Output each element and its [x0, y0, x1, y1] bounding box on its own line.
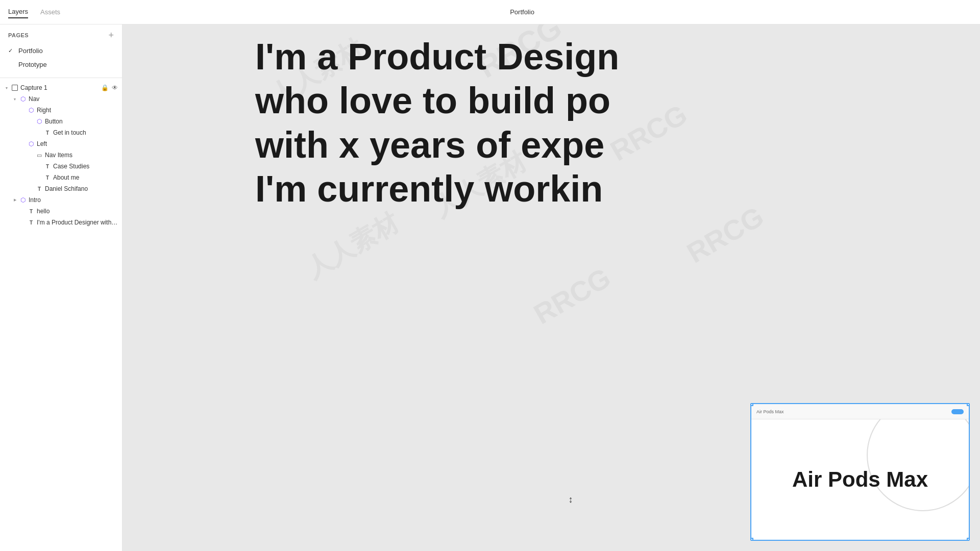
layer-left[interactable]: ⬡ Left	[0, 138, 122, 149]
pages-title: Pages	[8, 32, 29, 38]
page-item-portfolio[interactable]: ✓ Portfolio	[0, 44, 122, 58]
text-icon: T	[44, 129, 51, 136]
mini-frame-dot	[951, 409, 964, 414]
top-bar: Layers Assets Portfolio	[0, 0, 980, 24]
layer-get-in-touch[interactable]: T Get in touch	[0, 127, 122, 138]
layer-about-me[interactable]: T About me	[0, 172, 122, 183]
eye-icon[interactable]: 👁	[112, 84, 118, 91]
layer-label: Capture 1	[20, 84, 99, 91]
pages-section-header: Pages +	[0, 24, 122, 44]
layer-pd-label: I'm a Product Designer with UI & UX skil…	[37, 219, 118, 226]
watermark-rrcg-3: RRCG	[681, 200, 769, 269]
lock-icon[interactable]: 🔒	[101, 84, 109, 91]
layer-get-in-touch-label: Get in touch	[53, 129, 118, 136]
layer-button-label: Button	[45, 118, 118, 125]
hero-text: I'm a Product Design who love to build p…	[255, 35, 619, 211]
component-intro-icon: ⬡	[19, 196, 27, 204]
layer-nav-label: Nav	[29, 95, 118, 103]
mini-airpods-text: Air Pods Max	[792, 467, 928, 492]
mini-circle-decoration	[867, 419, 969, 511]
expand-icon	[4, 85, 9, 90]
layer-left-label: Left	[37, 140, 118, 147]
main-area: Pages + ✓ Portfolio Prototype Capture 1 …	[0, 24, 980, 551]
group-icon: ▭	[36, 152, 43, 159]
layer-actions: 🔒 👁	[101, 84, 118, 91]
layer-about-me-label: About me	[53, 174, 118, 181]
layers-section: Capture 1 🔒 👁 ⬡ Nav ⬡ Right	[0, 78, 122, 232]
canvas[interactable]: RRCG 人人素材 RRCG 人人素材 RRCG 人人素材 RRCG I'm a…	[122, 24, 980, 551]
watermark-renren-3: 人人素材	[300, 205, 405, 286]
layer-intro-label: Intro	[29, 196, 118, 204]
text-about-icon: T	[44, 174, 51, 181]
expand-nav-icon	[12, 96, 17, 102]
layer-button[interactable]: ⬡ Button	[0, 116, 122, 127]
watermark-rrcg-4: RRCG	[528, 261, 616, 331]
component-icon: ⬡	[19, 95, 27, 103]
tab-assets[interactable]: Assets	[40, 6, 60, 18]
component-button-icon: ⬡	[36, 118, 43, 125]
mini-frame-body: Air Pods Max	[751, 419, 969, 540]
layer-case-studies[interactable]: T Case Studies	[0, 161, 122, 172]
text-daniel-icon: T	[36, 185, 43, 192]
layer-intro[interactable]: ⬡ Intro	[0, 194, 122, 206]
layer-nav-items-label: Nav Items	[45, 152, 118, 159]
component-right-icon: ⬡	[28, 107, 35, 114]
layer-daniel[interactable]: T Daniel Schifano	[0, 183, 122, 194]
layer-case-studies-label: Case Studies	[53, 163, 118, 170]
resize-handle-tl[interactable]	[750, 403, 753, 406]
cursor-icon: ↕	[569, 494, 573, 505]
mini-frame-header: Air Pods Max	[751, 404, 969, 419]
component-left-icon: ⬡	[28, 140, 35, 147]
resize-handle-tr[interactable]	[967, 403, 970, 406]
hero-line1: I'm a Product Design	[255, 35, 619, 79]
hero-line2: who love to build po	[255, 79, 619, 122]
left-panel: Pages + ✓ Portfolio Prototype Capture 1 …	[0, 24, 122, 551]
text-hello-icon: T	[28, 208, 35, 215]
text-case-icon: T	[44, 163, 51, 170]
mini-frame-title: Air Pods Max	[756, 409, 784, 414]
hero-line4: I'm currently workin	[255, 167, 619, 211]
expand-intro-icon	[12, 197, 17, 203]
layer-daniel-label: Daniel Schifano	[45, 185, 118, 192]
checkmark-icon: ✓	[8, 47, 14, 54]
layer-nav[interactable]: ⬡ Nav	[0, 93, 122, 105]
current-page-label: Portfolio	[510, 8, 534, 16]
layer-capture1[interactable]: Capture 1 🔒 👁	[0, 82, 122, 93]
layer-product-designer-text[interactable]: T I'm a Product Designer with UI & UX sk…	[0, 217, 122, 228]
layer-right[interactable]: ⬡ Right	[0, 105, 122, 116]
mini-frame[interactable]: Air Pods Max Air Pods Max	[750, 403, 970, 541]
add-page-button[interactable]: +	[108, 31, 114, 40]
layer-nav-items[interactable]: ▭ Nav Items	[0, 149, 122, 161]
layer-right-label: Right	[37, 107, 118, 114]
pages-list: ✓ Portfolio Prototype	[0, 44, 122, 78]
frame-icon	[11, 84, 18, 91]
hero-line3: with x years of expe	[255, 123, 619, 167]
layer-hello[interactable]: T hello	[0, 206, 122, 217]
layer-hello-label: hello	[37, 208, 118, 215]
text-pd-icon: T	[28, 219, 35, 226]
tab-layers[interactable]: Layers	[8, 6, 28, 18]
page-item-prototype[interactable]: Prototype	[0, 58, 122, 71]
